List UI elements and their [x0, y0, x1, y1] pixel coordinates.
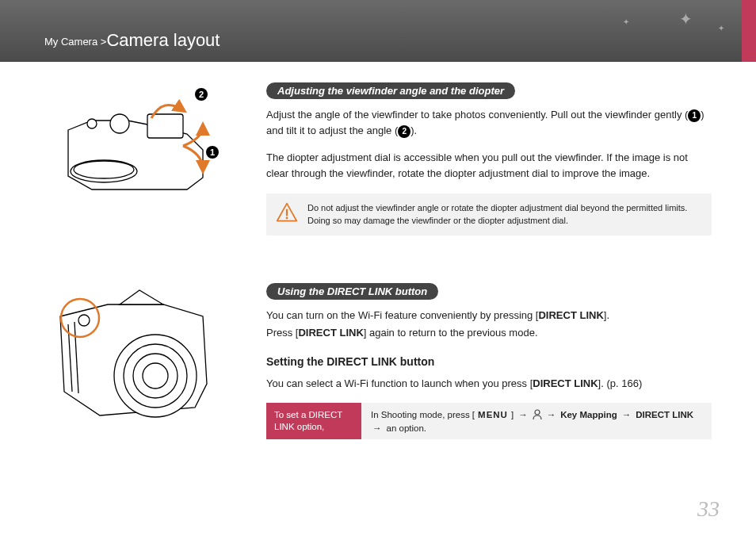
direct-link-paragraph-2: Press [DIRECT LINK] again to return to t…: [266, 325, 712, 341]
breadcrumb: My Camera >: [44, 36, 106, 62]
sparkle-icon: ✦: [679, 10, 693, 29]
user-icon: [533, 409, 542, 420]
menu-glyph: MENU: [478, 410, 508, 419]
section-heading-viewfinder: Adjusting the viewfinder angle and the d…: [266, 82, 515, 99]
breadcrumb-parent: My Camera: [44, 36, 97, 48]
procedure-label: To set a DIRECT LINK option,: [266, 403, 361, 439]
arrow-icon: →: [518, 410, 528, 419]
header-bar: My Camera > Camera layout ✦ ✦ ✦: [0, 0, 756, 62]
right-column: Adjusting the viewfinder angle and the d…: [266, 82, 712, 455]
callout-2: 2: [199, 90, 204, 99]
svg-point-1: [74, 161, 134, 178]
svg-point-10: [143, 363, 168, 389]
direct-link-illustration: [44, 281, 219, 439]
caution-text: Do not adjust the viewfinder angle or ro…: [307, 201, 702, 228]
option-text: an option.: [387, 423, 427, 433]
direct-link-label: DIRECT LINK: [636, 410, 693, 419]
left-column: 2 1: [44, 82, 250, 455]
page-number: 33: [697, 496, 720, 522]
key-mapping-label: Key Mapping: [560, 410, 617, 419]
page-title: Camera layout: [106, 30, 220, 62]
svg-point-16: [286, 216, 288, 219]
svg-point-13: [78, 315, 90, 326]
arrow-icon: →: [547, 410, 556, 419]
sparkle-icon: ✦: [718, 24, 724, 33]
svg-point-4: [87, 119, 97, 128]
callout-1: 1: [210, 147, 215, 157]
caution-note: Do not adjust the viewfinder angle or ro…: [266, 193, 712, 235]
viewfinder-paragraph-2: The diopter adjustment dial is accessibl…: [266, 150, 712, 182]
viewfinder-paragraph-1: Adjust the angle of the viewfinder to ta…: [266, 107, 712, 139]
callout-2-inline: 2: [398, 125, 410, 138]
side-tab: [742, 0, 756, 62]
sub-heading-setting: Setting the DIRECT LINK button: [266, 355, 712, 368]
sparkle-icon: ✦: [623, 17, 629, 26]
procedure-body: In Shooting mode, press [MENU] → → Key M…: [361, 403, 712, 439]
direct-link-paragraph-1: You can turn on the Wi-Fi feature conven…: [266, 308, 712, 324]
breadcrumb-sep: >: [101, 36, 107, 48]
procedure-row: To set a DIRECT LINK option, In Shooting…: [266, 403, 712, 439]
setting-paragraph: You can select a Wi-Fi function to launc…: [266, 376, 712, 392]
viewfinder-illustration: 2 1: [44, 82, 219, 209]
caution-icon: [276, 201, 298, 227]
arrow-icon: →: [372, 423, 382, 433]
svg-point-17: [535, 410, 540, 415]
callout-1-inline: 1: [688, 109, 701, 122]
section-heading-direct-link: Using the DIRECT LINK button: [266, 283, 438, 300]
arrow-icon: →: [622, 410, 632, 419]
svg-point-3: [110, 114, 129, 133]
